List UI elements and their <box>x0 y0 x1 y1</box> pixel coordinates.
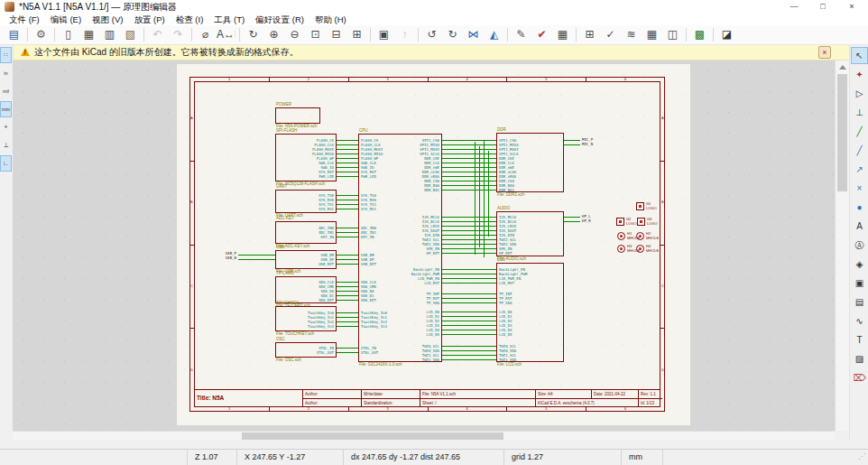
ruler-label: 1 <box>228 407 230 411</box>
ruler-label: C <box>190 284 193 288</box>
horizontal-scrollbar[interactable] <box>13 431 835 441</box>
toolbar-separator <box>239 28 240 42</box>
menu-place[interactable]: 放置 (P) <box>128 14 170 25</box>
resize-grip[interactable]: ⋰ <box>858 452 865 460</box>
redo-button[interactable]: ↷ <box>169 26 188 43</box>
place-symbol-button[interactable]: ▷ <box>851 85 868 102</box>
grid-visibility-button[interactable]: ∷ <box>0 47 12 63</box>
place-text-button[interactable]: T <box>851 331 868 349</box>
page-settings-button[interactable]: ⚙ <box>32 26 51 43</box>
zoom-in-button[interactable]: ⊕ <box>264 26 283 43</box>
ruler-tick <box>660 328 665 329</box>
close-button[interactable]: × <box>837 0 866 14</box>
undo-button[interactable]: ↶ <box>148 26 167 43</box>
menu-view[interactable]: 视图 (V) <box>87 14 128 25</box>
window-controls: — □ × <box>780 0 866 14</box>
rotate-cw-button[interactable]: ↻ <box>443 26 462 43</box>
place-image-button[interactable]: ▨ <box>851 350 868 367</box>
junction-button[interactable]: ● <box>851 199 868 216</box>
symbol-fields-table-button[interactable]: ⊞ <box>580 26 599 43</box>
refresh-view-button[interactable]: ↻ <box>244 26 263 43</box>
horizontal-scrollbar-thumb[interactable] <box>242 432 503 440</box>
console-button[interactable]: ◪ <box>717 26 736 43</box>
draw-bus-button[interactable]: ╱ <box>851 142 868 159</box>
delete-tool-button[interactable]: ⌦ <box>851 369 868 386</box>
status-cursor-position: X 247.65 Y -1.27 <box>236 450 344 465</box>
ruler-label: 6 <box>624 407 626 411</box>
units-inches-button[interactable]: in <box>0 65 12 81</box>
zoom-selection-button[interactable]: ⊟ <box>327 26 346 43</box>
vertical-scrollbar-thumb[interactable] <box>837 74 847 191</box>
no-connect-flag-button[interactable]: × <box>851 180 868 197</box>
ruler-tick <box>189 245 194 246</box>
bus-definitions-button[interactable]: ≋ <box>622 26 641 43</box>
ruler-label: 6 <box>624 78 626 81</box>
window-title: *N5A V1.1 [N5A V1.1/] — 原理图编辑器 <box>19 1 177 14</box>
paste-button[interactable]: ▧ <box>121 26 140 43</box>
rotate-ccw-button[interactable]: ↺ <box>422 26 441 43</box>
ruler-tick <box>586 407 586 412</box>
erc-button[interactable]: ✔ <box>532 26 551 43</box>
toolbar-separator <box>507 28 508 42</box>
ruler-tick <box>660 161 665 162</box>
plot-button[interactable]: ▥ <box>100 26 119 43</box>
zoom-out-button[interactable]: ⊖ <box>285 26 304 43</box>
zoom-objects-button[interactable]: ⊞ <box>347 26 366 43</box>
select-button[interactable]: ↖ <box>851 47 868 64</box>
leave-sheet-button[interactable]: ↑ <box>395 26 414 43</box>
menu-inspect[interactable]: 检查 (I) <box>171 14 209 25</box>
draw-lines-button[interactable]: ∿ <box>851 312 868 330</box>
menu-file[interactable]: 文件 (F) <box>4 14 45 25</box>
annotate-button[interactable]: ✎ <box>512 26 531 43</box>
ruler-label: 3 <box>387 407 389 411</box>
hierarchical-label-button[interactable]: ◈ <box>851 256 868 273</box>
edit-symbol-fields-button[interactable]: ▦ <box>553 26 572 43</box>
scroll-up-arrow-icon[interactable] <box>839 65 846 70</box>
vertical-scrollbar[interactable] <box>835 60 849 431</box>
hv-wires-button[interactable]: ∟ <box>0 155 12 172</box>
schematic-canvas[interactable]: Title: N5A Author: Author: Write/date: S… <box>13 60 835 431</box>
cursor-shape-button[interactable]: + <box>0 119 12 135</box>
new-sheet-button[interactable]: ▯ <box>59 26 78 43</box>
ruler-label: A <box>190 116 193 120</box>
menu-preferences[interactable]: 偏好设置 (R) <box>250 14 309 25</box>
units-mm-button[interactable]: mm <box>0 101 12 117</box>
wire-to-bus-entry-button[interactable]: ↗ <box>851 161 868 178</box>
check-annotate-button[interactable]: ✓ <box>601 26 620 43</box>
units-mils-button[interactable]: mil <box>0 83 12 99</box>
assign-footprints-button[interactable]: ◫ <box>663 26 682 43</box>
global-label-button[interactable]: Ⓐ <box>851 237 868 254</box>
ruler-tick <box>348 77 349 81</box>
info-bar: ! 这个文件由 KiCad 的旧版本所创建。它将被转换成新的格式保存。 × <box>13 45 849 60</box>
status-bar: Z 1.07 X 247.65 Y -1.27 dx 247.65 dy -1.… <box>0 449 868 465</box>
print-button[interactable]: ▦ <box>79 26 98 43</box>
zoom-fit-button[interactable]: ⊡ <box>306 26 325 43</box>
warning-icon: ! <box>21 48 30 56</box>
net-label-button[interactable]: A <box>851 218 868 235</box>
import-sheet-pin-button[interactable]: ▤ <box>851 293 868 311</box>
grid-settings-button[interactable]: ▦ <box>642 26 661 43</box>
find-button[interactable]: ⌀ <box>196 26 215 43</box>
highlight-net-button[interactable]: ✦ <box>851 66 868 83</box>
hierarchy-navigator-button[interactable]: ▣ <box>374 26 393 43</box>
hierarchical-sheet-button[interactable]: ▣ <box>851 274 868 292</box>
place-power-port-button[interactable]: ⊥ <box>851 104 868 121</box>
mirror-horizontal-button[interactable]: ⋈ <box>464 26 483 43</box>
mirror-vertical-button[interactable]: ◭ <box>485 26 503 43</box>
menu-help[interactable]: 帮助 (H) <box>309 14 352 25</box>
draw-wire-button[interactable]: ╱ <box>851 123 868 140</box>
hidden-pins-button[interactable]: ⊥ <box>0 137 12 153</box>
toolbar-separator <box>191 28 192 42</box>
find-replace-button[interactable]: A↔B <box>217 26 235 43</box>
open-pcb-editor-button[interactable]: ▩ <box>690 26 709 43</box>
menu-tools[interactable]: 工具 (T) <box>208 14 250 25</box>
save-button[interactable]: ▤ <box>5 26 23 43</box>
infobar-close-button[interactable]: × <box>818 46 831 59</box>
status-end-divider <box>662 450 670 465</box>
menu-bar: 文件 (F)编辑 (E)视图 (V)放置 (P)检查 (I)工具 (T)偏好设置… <box>0 14 868 25</box>
maximize-button[interactable]: □ <box>808 0 837 14</box>
ruler-label: 1 <box>228 78 230 81</box>
minimize-button[interactable]: — <box>780 0 808 14</box>
menu-edit[interactable]: 编辑 (E) <box>45 14 87 25</box>
ruler-label: 3 <box>387 78 389 81</box>
